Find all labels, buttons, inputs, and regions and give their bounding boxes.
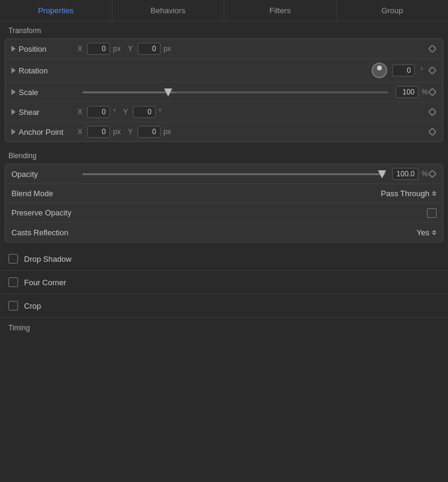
shear-row: Shear X 0 ° Y 0 ° [5,102,443,122]
casts-reflection-label: Casts Reflection [11,228,78,237]
anchor-y-unit: px [164,128,171,136]
position-y-label: Y [128,45,135,53]
shear-keyframe-diamond[interactable] [428,108,437,116]
rotation-value[interactable]: 0 [392,64,415,76]
position-expand-icon[interactable] [11,46,16,52]
position-y-value[interactable]: 0 [138,43,161,55]
position-x-label: X [78,45,85,53]
casts-reflection-row: Casts Reflection Yes [5,223,443,242]
position-x-value[interactable]: 0 [87,43,110,55]
opacity-label: Opacity [11,170,78,179]
position-x-unit: px [113,45,121,53]
rotation-slider-area: 0 ° [78,63,428,78]
rotation-label: Rotation [11,66,78,75]
transform-panel: Position X 0 px Y 0 px Rotation 0 ° [5,39,443,142]
shear-fields: X 0 ° Y 0 ° [78,106,428,118]
scale-label: Scale [11,88,78,97]
scale-expand-icon[interactable] [11,89,16,95]
svg-marker-0 [429,45,436,52]
anchor-point-label: Anchor Point [11,128,78,137]
position-y-unit: px [164,45,171,53]
tab-behaviors[interactable]: Behaviors [112,0,225,21]
shear-x-value[interactable]: 0 [87,106,110,118]
svg-marker-2 [429,88,436,96]
casts-reflection-value: Yes [417,228,429,237]
blend-mode-label: Blend Mode [11,189,78,198]
crop-label: Crop [24,301,41,311]
blending-panel: Opacity 100.0 % Blend Mode Pass Through [5,164,443,243]
shear-expand-icon[interactable] [11,109,16,115]
blend-mode-chevrons [432,191,437,196]
svg-marker-5 [429,170,436,178]
four-corner-label: Four Corner [24,278,66,287]
opacity-slider-track[interactable] [82,173,385,175]
position-keyframe-diamond[interactable] [428,45,437,53]
scale-row: Scale 100 % [5,82,443,102]
drop-shadow-label: Drop Shadow [24,255,72,264]
chevron-down-icon [432,233,437,235]
blending-section-label: Blending [0,147,448,164]
opacity-unit: % [422,170,428,178]
shear-x-label: X [78,108,85,116]
anchor-point-fields: X 0 px Y 0 px [78,126,428,138]
svg-marker-3 [429,108,436,116]
scale-slider-track[interactable] [82,91,388,93]
shear-label: Shear [11,108,78,117]
shear-x-unit: ° [113,108,116,116]
four-corner-checkbox[interactable] [8,277,18,287]
drop-shadow-item: Drop Shadow [0,247,448,271]
blend-mode-select[interactable]: Pass Through [381,189,437,198]
blend-mode-value: Pass Through [381,189,429,198]
preserve-opacity-checkbox[interactable] [427,208,437,218]
position-label: Position [11,45,78,54]
shear-y-value[interactable]: 0 [133,106,156,118]
opacity-row: Opacity 100.0 % [5,164,443,184]
anchor-point-row: Anchor Point X 0 px Y 0 px [5,122,443,141]
crop-checkbox[interactable] [8,301,18,311]
chevron-up-icon [432,230,437,232]
opacity-keyframe-diamond[interactable] [428,170,437,178]
chevron-up-icon [432,191,437,193]
shear-y-unit: ° [159,108,162,116]
scale-unit: % [422,88,428,96]
rotation-keyframe-diamond[interactable] [428,66,437,75]
anchor-x-label: X [78,128,85,136]
transform-section-label: Transform [0,22,448,39]
opacity-fields: 100.0 % [78,168,428,180]
anchor-point-expand-icon[interactable] [11,129,16,135]
opacity-slider-fill [82,173,385,175]
anchor-y-value[interactable]: 0 [138,126,161,138]
drop-shadow-checkbox[interactable] [8,254,18,264]
tab-group[interactable]: Group [337,0,449,21]
rotation-dial[interactable] [372,63,387,78]
anchor-x-value[interactable]: 0 [87,126,110,138]
four-corner-item: Four Corner [0,271,448,294]
casts-reflection-chevrons [432,230,437,235]
rotation-expand-icon[interactable] [11,67,16,73]
crop-item: Crop [0,294,448,318]
preserve-opacity-row: Preserve Opacity [5,203,443,223]
rotation-unit: ° [420,66,423,75]
scale-slider-fill [82,91,174,93]
scale-keyframe-diamond[interactable] [428,88,437,96]
tab-filters[interactable]: Filters [224,0,337,21]
blend-mode-row: Blend Mode Pass Through [5,184,443,203]
svg-marker-4 [429,128,436,135]
anchor-point-keyframe-diamond[interactable] [428,128,437,136]
scale-fields: 100 % [78,86,428,98]
anchor-x-unit: px [113,128,121,136]
casts-reflection-select[interactable]: Yes [417,228,437,237]
shear-y-label: Y [123,108,130,116]
timing-section-label: Timing [0,318,448,338]
opacity-value[interactable]: 100.0 [392,168,419,180]
tab-properties[interactable]: Properties [0,0,112,21]
tab-bar: Properties Behaviors Filters Group [0,0,448,22]
position-row: Position X 0 px Y 0 px [5,39,443,59]
position-fields: X 0 px Y 0 px [78,43,428,55]
rotation-row: Rotation 0 ° [5,59,443,82]
preserve-opacity-label: Preserve Opacity [11,208,78,217]
scale-value[interactable]: 100 [396,86,419,98]
anchor-y-label: Y [128,128,135,136]
svg-marker-1 [429,67,436,74]
chevron-down-icon [432,194,437,196]
